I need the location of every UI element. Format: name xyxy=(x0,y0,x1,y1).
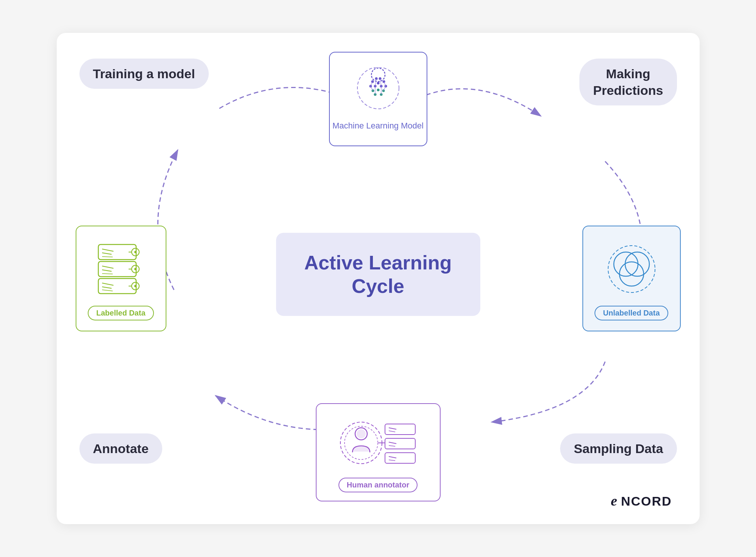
svg-point-31 xyxy=(134,285,137,287)
svg-line-56 xyxy=(389,431,395,432)
predictions-text: MakingPredictions xyxy=(593,67,663,97)
svg-text:NCORD: NCORD xyxy=(621,494,672,508)
svg-point-50 xyxy=(340,422,382,464)
svg-line-27 xyxy=(102,287,112,288)
svg-line-55 xyxy=(389,428,396,429)
svg-line-41 xyxy=(102,253,112,254)
label-training: Training a model xyxy=(79,59,209,89)
unlabelled-data-icon xyxy=(601,237,662,301)
svg-rect-54 xyxy=(385,424,415,435)
label-annotate: Annotate xyxy=(79,433,162,464)
label-predictions: MakingPredictions xyxy=(579,59,677,105)
diagram-container: Training a model MakingPredictions Annot… xyxy=(57,33,700,524)
svg-line-34 xyxy=(102,270,112,271)
svg-point-49 xyxy=(619,262,644,286)
svg-line-40 xyxy=(102,249,113,251)
svg-line-59 xyxy=(389,446,395,446)
active-learning-cycle-title: Active LearningCycle xyxy=(304,251,452,298)
human-annotator-icon xyxy=(333,413,424,473)
svg-point-8 xyxy=(377,82,379,85)
svg-point-1 xyxy=(371,68,385,82)
svg-point-12 xyxy=(377,89,379,91)
card-unlabelled-data: Unlabelled Data xyxy=(582,226,681,331)
labelled-data-icon xyxy=(91,237,151,301)
card-human-badge: Human annotator xyxy=(338,478,418,492)
svg-line-58 xyxy=(389,442,396,444)
card-labelled-data: Labelled Data xyxy=(76,226,166,331)
svg-line-35 xyxy=(102,274,113,274)
svg-line-62 xyxy=(389,460,395,461)
svg-rect-60 xyxy=(385,453,415,463)
ml-model-icon xyxy=(352,67,405,116)
svg-point-47 xyxy=(614,252,638,276)
center-label: Active LearningCycle xyxy=(276,233,480,316)
card-ml-label: Machine Learning Model xyxy=(332,121,424,131)
encord-logo-text: e NCORD xyxy=(609,497,677,512)
card-human-annotator: Human annotator xyxy=(316,403,441,501)
svg-point-45 xyxy=(134,251,137,253)
svg-line-33 xyxy=(102,266,113,268)
encord-logo: e NCORD xyxy=(609,490,677,513)
svg-line-61 xyxy=(389,456,396,458)
svg-text:e: e xyxy=(611,493,618,509)
svg-point-38 xyxy=(134,268,137,270)
svg-point-53 xyxy=(357,429,366,438)
card-labelled-badge: Labelled Data xyxy=(88,306,154,320)
svg-line-26 xyxy=(102,283,113,285)
svg-line-42 xyxy=(102,257,113,257)
svg-line-28 xyxy=(102,290,113,291)
svg-point-24 xyxy=(357,67,399,109)
card-ml-model: Machine Learning Model xyxy=(329,52,427,146)
svg-rect-57 xyxy=(385,438,415,449)
card-unlabelled-badge: Unlabelled Data xyxy=(595,306,668,320)
label-sampling: Sampling Data xyxy=(560,433,677,464)
svg-point-48 xyxy=(625,252,649,276)
